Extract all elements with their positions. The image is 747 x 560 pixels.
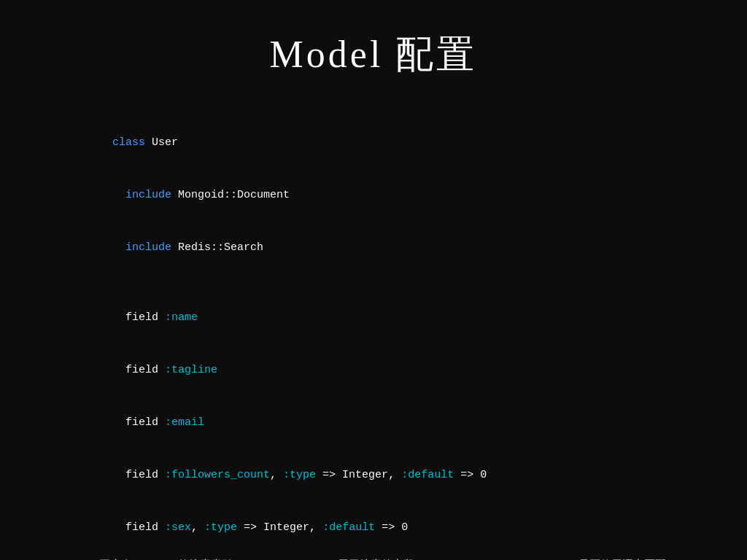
- field4-arrow: => Integer,: [316, 469, 401, 481]
- field1-name: :name: [165, 311, 198, 324]
- field5-default-val: => 0: [375, 521, 408, 534]
- class-name: User: [145, 136, 178, 149]
- indent3: [112, 311, 125, 324]
- code-line-class: class User: [73, 117, 674, 169]
- field5-sym: :sex: [165, 521, 191, 534]
- field3-name: :email: [165, 416, 204, 429]
- field4-type-key: :type: [283, 469, 316, 481]
- page: Model 配置 class User include Mongoid::Doc…: [0, 0, 747, 560]
- comment-block: # 开启次 Model 的搜索索引 # title_field 用于搜索的字段 …: [73, 557, 674, 560]
- page-title: Model 配置: [0, 0, 747, 95]
- code-line-include1: include Mongoid::Document: [73, 169, 674, 222]
- field4-default-key: :default: [401, 469, 454, 481]
- code-line-field3: field :email: [73, 397, 674, 449]
- blank1: [73, 274, 674, 292]
- code-line-include2: include Redis::Search: [73, 222, 674, 274]
- code-line-field1: field :name: [73, 292, 674, 344]
- indent7: [112, 521, 125, 534]
- field2-name: :tagline: [165, 364, 217, 376]
- keyword-field1: field: [125, 311, 165, 324]
- code-line-field5: field :sex, :type => Integer, :default =…: [73, 502, 674, 554]
- keyword-field4: field: [125, 469, 165, 481]
- indent2: [112, 241, 125, 254]
- keyword-include1: include: [125, 189, 171, 201]
- indent5: [112, 416, 125, 429]
- field4-comma: ,: [270, 469, 283, 481]
- field5-arrow: => Integer,: [237, 521, 322, 534]
- field4-default-val: => 0: [454, 469, 487, 481]
- indent6: [112, 469, 125, 481]
- include1-val: Mongoid::Document: [171, 189, 290, 201]
- field4-sym: :followers_count: [165, 469, 270, 481]
- code-block: class User include Mongoid::Document inc…: [73, 117, 674, 560]
- keyword-field3: field: [125, 416, 165, 429]
- code-line-field2: field :tagline: [73, 344, 674, 397]
- include2-val: Redis::Search: [171, 241, 263, 254]
- keyword-field5: field: [125, 521, 165, 534]
- keyword-field2: field: [125, 364, 165, 376]
- field5-comma: ,: [191, 521, 204, 534]
- code-line-field4: field :followers_count, :type => Integer…: [73, 449, 674, 502]
- indent4: [112, 364, 125, 376]
- keyword-include2: include: [125, 241, 171, 254]
- field5-type-key: :type: [204, 521, 237, 534]
- keyword-class: class: [112, 136, 145, 149]
- field5-default-key: :default: [322, 521, 375, 534]
- indent1: [112, 189, 125, 201]
